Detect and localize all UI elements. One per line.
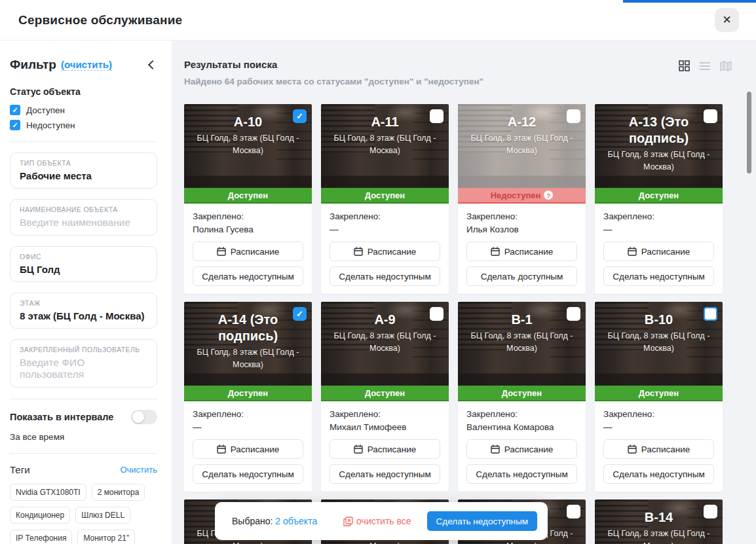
card-title: B-10: [603, 312, 715, 328]
tag-chip[interactable]: IP Телефония: [10, 530, 72, 544]
card-checkbox[interactable]: [567, 307, 580, 321]
grid-view-icon[interactable]: [679, 60, 690, 71]
assigned-label: Закреплено:: [466, 210, 577, 223]
assigned-user-input[interactable]: ЗАКРЕПЛЕННЫЙ ПОЛЬЗОВАТЕЛЬ Введите ФИО по…: [10, 339, 157, 388]
calendar-icon: [491, 247, 500, 256]
assigned-label: Закреплено:: [466, 408, 577, 421]
schedule-button-label: Расписание: [368, 444, 416, 454]
office-select[interactable]: ОФИС БЦ Голд: [10, 246, 157, 282]
status-badge: Доступен: [458, 386, 586, 401]
card-checkbox[interactable]: [430, 307, 444, 321]
assigned-label: Закреплено:: [330, 210, 440, 223]
checkbox-available[interactable]: Доступен: [10, 105, 157, 115]
card-title: A-11: [329, 114, 441, 130]
filter-clear-link[interactable]: (очистить): [61, 59, 112, 71]
card-subtitle: БЦ Голд, 8 этаж (БЦ Голд - Москва): [603, 330, 715, 355]
card-title: A-13 (Это подпись): [603, 114, 715, 147]
toggle-availability-button[interactable]: Сделать недоступным: [466, 464, 577, 484]
page-title: Сервисное обслуживание: [18, 13, 182, 27]
schedule-button-label: Расписание: [368, 247, 416, 257]
clear-all-button[interactable]: очистить все: [343, 516, 411, 526]
calendar-icon: [354, 444, 363, 454]
card-checkbox[interactable]: [567, 505, 580, 518]
assigned-value: Полина Гусева: [193, 223, 303, 236]
schedule-button[interactable]: Расписание: [466, 242, 577, 261]
schedule-button[interactable]: Расписание: [603, 242, 714, 261]
card-subtitle: БЦ Голд, 8 этаж (БЦ Голд - Москва): [466, 330, 578, 355]
assigned-value: —: [603, 421, 714, 434]
scrollbar-thumb[interactable]: [747, 92, 751, 173]
floor-select[interactable]: ЭТАЖ 8 этаж (БЦ Голд - Москва): [10, 293, 157, 329]
calendar-icon: [628, 444, 637, 454]
status-badge: Доступен: [184, 386, 312, 401]
card-photo: A-9 БЦ Голд, 8 этаж (БЦ Голд - Москва): [321, 302, 449, 386]
status-help-icon[interactable]: ?: [544, 190, 553, 200]
object-name-input[interactable]: НАИМЕНОВАНИЕ ОБЪЕКТА Введите наименовани…: [10, 199, 157, 236]
card-checkbox[interactable]: [430, 109, 444, 123]
schedule-button[interactable]: Расписание: [466, 439, 577, 459]
map-view-icon[interactable]: [720, 61, 732, 71]
workspace-card: A-11 БЦ Голд, 8 этаж (БЦ Голд - Москва) …: [321, 104, 449, 294]
card-subtitle: БЦ Голд, 8 этаж (БЦ Голд - Москва): [603, 149, 715, 173]
status-badge: Недоступен ?: [458, 188, 586, 204]
status-badge: Доступен: [321, 188, 449, 204]
checkbox-checked-icon: [10, 105, 20, 115]
tag-chip[interactable]: Монитор 21": [77, 530, 135, 544]
interval-toggle[interactable]: [131, 410, 157, 424]
divider: [10, 141, 157, 142]
results-panel: Результаты поиска Найдено 64 рабочих мес…: [172, 41, 756, 544]
card-checkbox[interactable]: [293, 307, 307, 321]
toggle-availability-button[interactable]: Сделать недоступным: [330, 266, 440, 286]
results-subtitle: Найдено 64 рабочих места со статусами "д…: [184, 77, 483, 86]
schedule-button[interactable]: Расписание: [330, 242, 440, 261]
status-label: Доступен: [639, 190, 679, 200]
card-title: B-1: [466, 312, 578, 328]
toggle-availability-button[interactable]: Сделать недоступным: [603, 266, 714, 286]
toggle-availability-button[interactable]: Сделать недоступным: [330, 464, 440, 484]
list-view-icon[interactable]: [699, 62, 711, 71]
toggle-availability-button[interactable]: Сделать недоступным: [603, 464, 714, 484]
tags-clear-link[interactable]: Очистить: [120, 465, 157, 475]
calendar-icon: [217, 444, 226, 454]
tag-chip[interactable]: Nvidia GTX1080TI: [10, 484, 86, 501]
assigned-value: —: [603, 223, 714, 236]
toggle-availability-button[interactable]: Сделать доступным: [466, 266, 577, 286]
card-photo: B-10 БЦ Голд, 8 этаж (БЦ Голд - Москва): [595, 302, 723, 386]
schedule-button[interactable]: Расписание: [193, 242, 303, 261]
close-button[interactable]: ✕: [715, 8, 739, 32]
interval-value: За все время: [10, 432, 157, 442]
status-label: Недоступен: [491, 190, 541, 200]
tag-chip[interactable]: 2 монитора: [92, 484, 145, 501]
status-badge: Доступен: [595, 188, 723, 204]
workspace-card: B-10 БЦ Голд, 8 этаж (БЦ Голд - Москва) …: [595, 302, 723, 492]
workspace-card: A-14 (Это подпись) БЦ Голд, 8 этаж (БЦ Г…: [184, 302, 312, 492]
card-checkbox[interactable]: [704, 307, 717, 321]
card-checkbox[interactable]: [704, 505, 717, 518]
assigned-label: Закреплено:: [603, 408, 714, 421]
tag-chip[interactable]: Кондиционер: [10, 507, 70, 524]
checkbox-unavailable[interactable]: Недоступен: [10, 120, 157, 130]
collapse-sidebar-icon[interactable]: [145, 59, 157, 71]
interval-label: Показать в интервале: [10, 412, 113, 422]
card-title: A-9: [329, 312, 441, 328]
assigned-value: Валентина Комарова: [466, 421, 577, 434]
make-unavailable-bulk-button[interactable]: Сделать недоступным: [427, 511, 537, 531]
status-badge: Доступен: [595, 386, 723, 401]
card-checkbox[interactable]: [293, 109, 307, 123]
toggle-availability-button[interactable]: Сделать недоступным: [193, 464, 303, 484]
object-type-select[interactable]: ТИП ОБЪЕКТА Рабочие места: [10, 153, 157, 189]
card-photo: A-10 БЦ Голд, 8 этаж (БЦ Голд - Москва): [184, 104, 312, 188]
card-photo: B-1 БЦ Голд, 8 этаж (БЦ Голд - Москва): [458, 302, 586, 386]
results-title: Результаты поиска: [184, 59, 483, 70]
status-label: Доступен: [228, 190, 268, 200]
schedule-button[interactable]: Расписание: [193, 439, 303, 459]
toggle-availability-button[interactable]: Сделать недоступным: [193, 266, 303, 286]
tags-list: Nvidia GTX1080TI2 монитораКондиционерШлю…: [10, 484, 157, 544]
schedule-button[interactable]: Расписание: [330, 439, 440, 459]
card-checkbox[interactable]: [567, 109, 580, 123]
card-checkbox[interactable]: [704, 109, 717, 123]
assigned-value: —: [193, 421, 303, 434]
selected-count-link[interactable]: 2 объекта: [275, 516, 317, 526]
schedule-button[interactable]: Расписание: [603, 439, 714, 459]
tag-chip[interactable]: Шлюз DELL: [75, 507, 130, 524]
